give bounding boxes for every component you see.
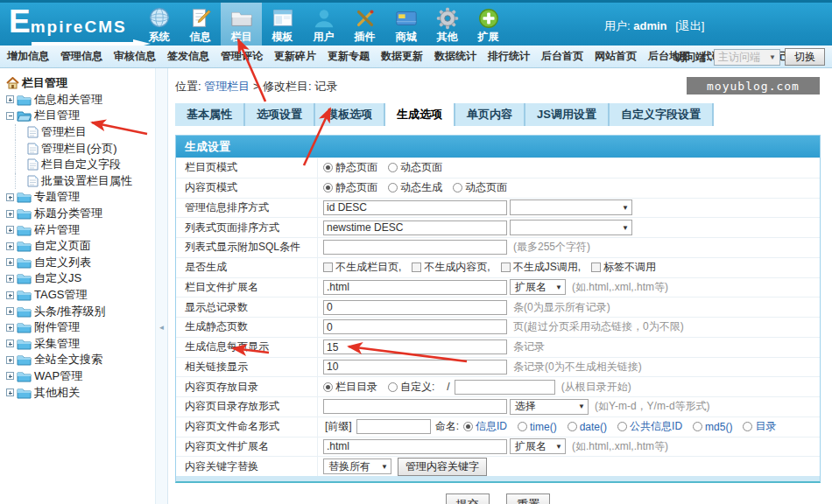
text-input[interactable]: [455, 380, 555, 395]
expand-plus-icon[interactable]: [6, 193, 14, 201]
tab-item[interactable]: 生成选项: [385, 103, 455, 126]
text-input[interactable]: [323, 200, 507, 215]
checkbox-option[interactable]: 不生成栏目页,: [323, 260, 409, 275]
sidebar-item[interactable]: 栏目管理: [6, 108, 155, 124]
radio-icon[interactable]: [568, 422, 577, 431]
submit-button[interactable]: 提交: [446, 494, 490, 504]
sidebar-splitter[interactable]: ◄: [155, 68, 168, 504]
tab-item[interactable]: 模板选项: [315, 103, 385, 126]
expand-plus-icon[interactable]: [6, 324, 14, 332]
radio-option[interactable]: 目录: [743, 419, 784, 434]
tab-item[interactable]: 自定义字段设置: [610, 103, 714, 126]
collapse-minus-icon[interactable]: [6, 112, 14, 120]
text-input[interactable]: [323, 319, 507, 334]
tab-item[interactable]: 单页内容: [455, 103, 525, 126]
sidebar-item[interactable]: 全站全文搜索: [6, 352, 155, 368]
select-dropdown[interactable]: 扩展名▼: [510, 279, 566, 295]
sidebar-item[interactable]: 其他相关: [6, 384, 155, 401]
menubar-link[interactable]: 管理评论: [221, 49, 263, 64]
radio-icon[interactable]: [388, 163, 398, 172]
sidebar-item[interactable]: 批量设置栏目属性: [15, 173, 155, 190]
menubar-link[interactable]: 后台首页: [541, 49, 583, 64]
menubar-link[interactable]: 数据更新: [381, 49, 423, 64]
radio-icon[interactable]: [323, 163, 333, 172]
radio-icon[interactable]: [617, 422, 627, 431]
text-input[interactable]: [356, 419, 431, 434]
sidebar-item[interactable]: 自定义页面: [6, 238, 155, 255]
topbar-nav-item-notepad[interactable]: 信息: [180, 3, 221, 46]
checkbox-icon[interactable]: [501, 262, 511, 272]
collapse-arrow-icon[interactable]: ◄: [159, 324, 166, 332]
expand-plus-icon[interactable]: [6, 388, 14, 396]
select-dropdown[interactable]: ▼: [510, 200, 632, 215]
switch-button[interactable]: 切换: [785, 48, 825, 66]
expand-plus-icon[interactable]: [6, 210, 14, 218]
sidebar-item[interactable]: 碎片管理: [6, 221, 155, 238]
menubar-link[interactable]: 排行统计: [488, 49, 530, 64]
topbar-nav-item-tools[interactable]: 插件: [344, 3, 385, 46]
sidebar-item[interactable]: TAGS管理: [6, 287, 155, 304]
logout-link[interactable]: [退出]: [675, 19, 704, 32]
text-input[interactable]: [323, 300, 507, 315]
sidebar-item[interactable]: 管理栏目(分页): [15, 140, 155, 157]
checkbox-option[interactable]: 不生成内容页,: [412, 260, 497, 275]
select-dropdown[interactable]: 替换所有▼: [323, 458, 391, 474]
radio-option[interactable]: 静态页面: [323, 160, 385, 175]
topbar-nav-item-gear[interactable]: 其他: [427, 3, 468, 46]
sidebar-item[interactable]: 管理栏目: [15, 124, 155, 141]
expand-plus-icon[interactable]: [6, 356, 14, 364]
topbar-nav-item-window[interactable]: 模板: [262, 3, 303, 46]
expand-plus-icon[interactable]: [6, 340, 14, 347]
tab-item[interactable]: 选项设置: [245, 103, 315, 126]
sidebar-item[interactable]: 自定义列表: [6, 255, 155, 271]
tab-item[interactable]: JS调用设置: [525, 103, 610, 126]
checkbox-option[interactable]: 标签不调用: [591, 260, 664, 275]
sidebar-item[interactable]: 自定义JS: [6, 270, 155, 287]
text-input[interactable]: [323, 360, 507, 374]
sidebar-item[interactable]: 专题管理: [6, 189, 155, 206]
topbar-nav-item-folder[interactable]: 栏目: [221, 3, 262, 46]
topbar-nav-item-card[interactable]: 商城: [385, 3, 427, 46]
radio-icon[interactable]: [518, 422, 527, 431]
sidebar-item[interactable]: 附件管理: [6, 319, 155, 336]
expand-plus-icon[interactable]: [6, 226, 14, 234]
expand-plus-icon[interactable]: [6, 95, 14, 103]
radio-option[interactable]: 栏目目录: [323, 380, 385, 395]
radio-option[interactable]: 自定义:: [388, 380, 442, 395]
topbar-nav-item-globe[interactable]: 系统: [138, 3, 180, 46]
radio-icon[interactable]: [323, 382, 333, 392]
breadcrumb-link[interactable]: 管理栏目: [204, 80, 250, 93]
radio-icon[interactable]: [323, 183, 333, 192]
topbar-nav-item-user[interactable]: 用户: [303, 3, 344, 46]
expand-plus-icon[interactable]: [6, 258, 14, 266]
menubar-link[interactable]: 更新专题: [328, 49, 370, 64]
text-input[interactable]: [323, 439, 507, 454]
checkbox-icon[interactable]: [323, 262, 333, 272]
checkbox-icon[interactable]: [412, 262, 421, 272]
select-dropdown[interactable]: 扩展名▼: [510, 438, 566, 454]
menubar-link[interactable]: 签发信息: [167, 49, 209, 64]
checkbox-icon[interactable]: [591, 262, 601, 272]
text-input[interactable]: [323, 240, 507, 255]
text-input[interactable]: [323, 220, 507, 235]
expand-plus-icon[interactable]: [6, 291, 14, 299]
radio-option[interactable]: 动态页面: [453, 180, 515, 195]
text-input[interactable]: [323, 399, 507, 414]
radio-icon[interactable]: [388, 382, 398, 392]
expand-plus-icon[interactable]: [6, 242, 14, 250]
tab-item[interactable]: 基本属性: [175, 103, 245, 126]
sidebar-item[interactable]: 信息相关管理: [6, 92, 155, 108]
radio-option[interactable]: 动态生成: [388, 180, 450, 195]
select-dropdown[interactable]: 选择▼: [510, 399, 589, 415]
reset-button[interactable]: 重置: [506, 494, 550, 504]
sidebar-item[interactable]: 头条/推荐级别: [6, 303, 155, 319]
menubar-link[interactable]: 网站首页: [595, 49, 637, 64]
sidebar-item[interactable]: 标题分类管理: [6, 206, 155, 222]
radio-icon[interactable]: [463, 422, 473, 431]
menubar-link[interactable]: 数据统计: [434, 49, 476, 64]
expand-plus-icon[interactable]: [6, 275, 14, 283]
expand-plus-icon[interactable]: [6, 372, 14, 380]
radio-option[interactable]: 信息ID: [463, 419, 515, 434]
access-select[interactable]: 主访问端 ▼: [714, 49, 780, 66]
radio-option[interactable]: 公共信息ID: [617, 419, 690, 434]
